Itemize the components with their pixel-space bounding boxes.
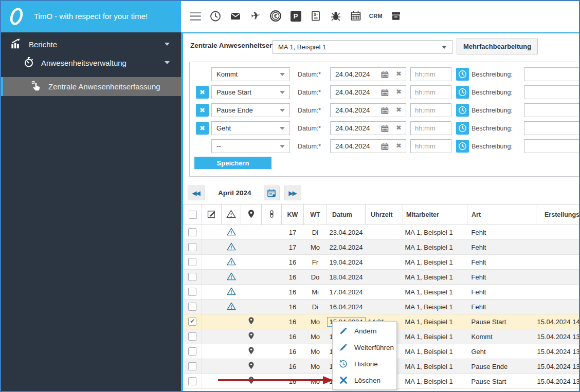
menu-icon[interactable] [189, 10, 202, 22]
plane-icon[interactable]: ✈ [249, 10, 262, 22]
date-input[interactable]: 24.04.2024 ✖ [330, 121, 406, 135]
context-menu-item[interactable]: Weiterführen [333, 339, 396, 356]
cell-uhrzeit[interactable] [366, 300, 403, 314]
multi-edit-button[interactable]: Mehrfachbearbeitung [457, 39, 538, 54]
set-current-time-button[interactable] [456, 140, 469, 153]
cell-datum[interactable]: 23.04.2024 [327, 225, 366, 240]
date-input[interactable]: 24.04.2024 ✖ [330, 139, 406, 153]
set-current-time-button[interactable] [456, 86, 469, 99]
cell-datum[interactable]: 17.04.2024 [327, 285, 366, 300]
entry-type-select[interactable]: Pause Start [211, 85, 290, 99]
context-menu-item[interactable]: Löschen [333, 372, 396, 388]
entry-type-select[interactable]: Geht [211, 121, 290, 135]
cell-uhrzeit[interactable] [366, 270, 403, 285]
clock-icon[interactable] [209, 10, 222, 22]
time-input[interactable] [410, 121, 451, 135]
column-header-mitarbeiter[interactable]: Mitarbeiter [403, 204, 467, 225]
next-month-button[interactable]: ▶▶ [284, 185, 301, 200]
crm-icon[interactable]: CRM [370, 10, 382, 22]
column-header-datum[interactable]: Datum [327, 204, 366, 225]
clear-date-icon[interactable]: ✖ [396, 124, 402, 132]
context-menu-item[interactable]: Ändern [333, 323, 396, 339]
select-all-checkbox[interactable] [189, 211, 197, 219]
cell-uhrzeit[interactable] [366, 225, 403, 240]
save-button[interactable]: Speichern [194, 157, 271, 169]
sidebar-item-berichte[interactable]: Berichte [0, 35, 181, 53]
cell-uhrzeit[interactable] [366, 285, 403, 300]
table-row[interactable]: 16 Do 18.04.2024 MA 1, Beispiel 1 Fehlt [184, 270, 580, 285]
row-checkbox[interactable] [188, 288, 196, 296]
beschreibung-input[interactable] [524, 67, 580, 81]
date-input[interactable]: 24.04.2024 ✖ [330, 85, 406, 99]
row-checkbox[interactable] [188, 362, 196, 370]
table-row[interactable]: 16 Di 16.04.2024 MA 1, Beispiel 1 Fehlt [184, 300, 580, 314]
row-checkbox[interactable] [188, 377, 196, 385]
time-input[interactable] [410, 67, 451, 81]
calendar-picker-button[interactable]: 31 [264, 185, 280, 200]
clear-date-icon[interactable]: ✖ [396, 106, 402, 114]
column-header-kw[interactable]: KW [282, 204, 304, 225]
set-current-time-button[interactable] [456, 122, 469, 135]
cell-uhrzeit[interactable] [366, 240, 403, 255]
table-row[interactable]: 17 Di 23.04.2024 MA 1, Beispiel 1 Fehlt [184, 225, 580, 240]
table-row[interactable]: 16 Fr 19.04.2024 MA 1, Beispiel 1 Fehlt [184, 255, 580, 270]
calendar-picker-icon[interactable] [380, 142, 389, 153]
table-row[interactable]: 16 Mi 17.04.2024 MA 1, Beispiel 1 Fehlt [184, 285, 580, 300]
mail-icon[interactable] [229, 10, 242, 22]
beschreibung-input[interactable] [524, 103, 580, 117]
cell-datum[interactable]: 22.04.2024 [327, 240, 366, 255]
cell-datum[interactable]: 18.04.2024 [327, 270, 366, 285]
bug-icon[interactable] [330, 10, 342, 22]
calendar-icon[interactable] [350, 10, 362, 22]
project-document-icon[interactable]: P [289, 10, 302, 22]
date-input[interactable]: 24.04.2024 ✖ [330, 103, 406, 117]
row-checkbox[interactable] [188, 332, 196, 341]
column-header-art[interactable]: Art [467, 204, 536, 225]
column-header-wt[interactable]: WT [304, 204, 327, 225]
time-input[interactable] [410, 103, 451, 117]
entry-type-select[interactable]: Pause Ende [211, 103, 290, 117]
cell-wt: Mo [304, 359, 327, 374]
entry-type-select[interactable]: -- [211, 139, 290, 153]
remove-entry-button[interactable]: ✖ [196, 86, 209, 99]
clear-date-icon[interactable]: ✖ [396, 70, 402, 78]
entry-type-select[interactable]: Kommt [211, 67, 290, 81]
beschreibung-input[interactable] [524, 139, 580, 153]
context-menu-item[interactable]: Historie [333, 356, 396, 372]
sidebar-item-anwesenheitsverwaltung[interactable]: Anwesenheitsverwaltung [0, 54, 181, 71]
time-input[interactable] [410, 85, 451, 99]
archive-icon[interactable] [390, 10, 402, 22]
sidebar-item-zentrale-anwesenheitserfassung[interactable]: Zentrale Anwesenheitserfassung [0, 77, 181, 96]
calendar-picker-icon[interactable] [380, 106, 389, 117]
row-checkbox[interactable] [188, 318, 196, 326]
date-input[interactable]: 24.04.2024 ✖ [330, 67, 406, 81]
row-checkbox[interactable] [188, 273, 196, 281]
previous-month-button[interactable]: ◀◀ [188, 185, 205, 200]
beschreibung-input[interactable] [524, 85, 580, 99]
row-checkbox[interactable] [188, 258, 196, 266]
table-row[interactable]: 17 Mo 22.04.2024 MA 1, Beispiel 1 Fehlt [184, 240, 580, 255]
column-header-erstellungsdatum[interactable]: Erstellungsdatum [536, 204, 580, 225]
calendar-picker-icon[interactable] [380, 88, 389, 99]
cell-datum[interactable]: 19.04.2024 [327, 255, 366, 270]
remove-entry-button[interactable]: ✖ [196, 122, 209, 135]
time-input[interactable] [410, 139, 451, 153]
row-checkbox[interactable] [188, 303, 196, 311]
clear-date-icon[interactable]: ✖ [396, 88, 402, 96]
set-current-time-button[interactable] [456, 68, 469, 81]
row-checkbox[interactable] [188, 228, 196, 236]
calendar-picker-icon[interactable] [380, 70, 389, 81]
clear-date-icon[interactable]: ✖ [396, 142, 402, 150]
employee-select[interactable]: MA 1, Beispiel 1 [273, 40, 452, 54]
beschreibung-input[interactable] [524, 121, 580, 135]
invoice-icon[interactable]: $ [310, 10, 322, 22]
set-current-time-button[interactable] [456, 104, 469, 117]
row-checkbox[interactable] [188, 347, 196, 356]
cell-uhrzeit[interactable] [366, 255, 403, 270]
row-checkbox[interactable] [188, 243, 196, 251]
euro-icon[interactable]: € [269, 10, 282, 22]
cell-datum[interactable]: 16.04.2024 [327, 300, 366, 314]
calendar-picker-icon[interactable] [380, 124, 389, 135]
remove-entry-button[interactable]: ✖ [196, 104, 209, 117]
column-header-uhrzeit[interactable]: Uhrzeit [366, 204, 403, 225]
